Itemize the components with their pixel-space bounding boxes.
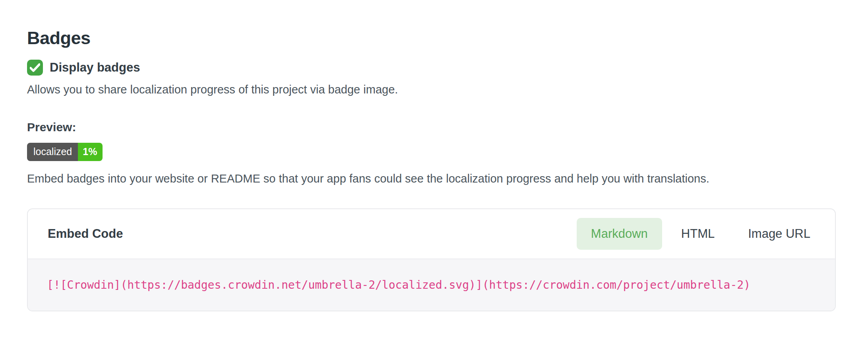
page-title: Badges <box>27 28 868 49</box>
tab-html[interactable]: HTML <box>667 218 729 250</box>
embed-code-card: Embed Code Markdown HTML Image URL [![Cr… <box>27 208 836 311</box>
tab-markdown[interactable]: Markdown <box>577 218 662 250</box>
embed-code-title: Embed Code <box>48 227 123 241</box>
badges-description: Allows you to share localization progres… <box>27 82 868 97</box>
preview-label: Preview: <box>27 120 868 134</box>
display-badges-checkbox[interactable] <box>27 60 43 76</box>
display-badges-label[interactable]: Display badges <box>50 60 140 75</box>
localization-progress-badge: localized 1% <box>27 143 103 161</box>
embed-format-tabs: Markdown HTML Image URL <box>577 218 825 250</box>
tab-image-url[interactable]: Image URL <box>734 218 825 250</box>
embed-code-header: Embed Code Markdown HTML Image URL <box>28 209 835 258</box>
badge-value-segment: 1% <box>78 143 103 161</box>
badges-settings-section: Badges Display badges Allows you to shar… <box>0 0 868 311</box>
display-badges-checkbox-row[interactable]: Display badges <box>27 60 868 76</box>
embed-hint-text: Embed badges into your website or README… <box>27 171 868 186</box>
badge-label-segment: localized <box>27 143 78 161</box>
checkmark-icon <box>30 63 40 72</box>
embed-code-snippet[interactable]: [![Crowdin](https://badges.crowdin.net/u… <box>28 258 835 311</box>
